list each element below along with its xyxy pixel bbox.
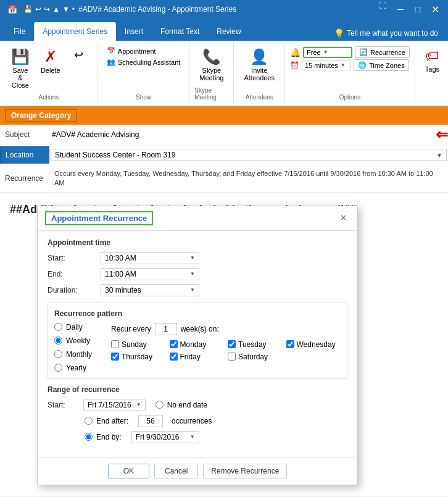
no-end-label[interactable]: No end date [156,401,207,409]
location-dropdown[interactable]: Student Success Center - Room 319 ▼ [51,149,447,161]
tell-me-bar[interactable]: 💡 Tell me what you want to do [329,26,443,41]
arrow-indicator: ⇐ [436,126,448,143]
monthly-radio-label[interactable]: Monthly [54,350,104,359]
recurrence-button[interactable]: 🔄 Recurrence [355,46,410,58]
recur-every-input[interactable] [155,323,177,335]
cancel-button[interactable]: Cancel [154,464,198,478]
down-icon[interactable]: ▼ [62,5,70,14]
ribbon-group-options: 🔔 Free ▼ 🔄 Recurrence ⏰ 15 minutes ▼ 🌐 [285,43,415,103]
show-label: Show [136,93,151,101]
status-dropdown[interactable]: Free ▼ [303,47,352,58]
category-label[interactable]: Orange Category [5,109,77,122]
appt-time-section-title: Appointment time [48,238,347,247]
ribbon-tabs: File Appointment Series Insert Format Te… [0,19,448,41]
tuesday-checkbox-label[interactable]: Tuesday [228,340,283,349]
no-end-row: No end date [156,401,207,409]
time-zones-button[interactable]: 🌐 Time Zones [354,59,409,71]
ribbon-group-show: 📅 Appointment 👥 Scheduling Assistant Sho… [98,43,190,103]
thursday-checkbox[interactable] [111,353,119,361]
tags-button[interactable]: 🏷 Tags [420,46,444,75]
end-after-label[interactable]: End after: [85,417,128,425]
weekly-radio-label[interactable]: Weekly [54,336,104,345]
undo-icon[interactable]: ↩ [35,5,41,14]
daily-radio[interactable] [54,323,62,331]
end-time-dropdown[interactable]: 11:00 AM ▼ [101,268,199,280]
save-close-button[interactable]: 💾 Save & Close [5,46,36,91]
yearly-radio-label[interactable]: Yearly [54,364,104,372]
sunday-checkbox-label[interactable]: Sunday [111,340,166,349]
tab-file[interactable]: File [5,22,34,41]
end-by-dropdown[interactable]: Fri 9/30/2016 ▼ [131,431,199,443]
ok-button[interactable]: OK [108,464,149,478]
thursday-checkbox-label[interactable]: Thursday [111,353,166,361]
recur-every-row: Recur every week(s) on: [111,323,341,335]
pattern-options-column: Recur every week(s) on: Sunday Mon [111,323,341,372]
range-section-title: Range of recurrence [48,385,347,394]
appointment-button[interactable]: 📅 Appointment [103,46,185,56]
end-time-arrow: ▼ [190,271,195,277]
undo-button[interactable]: ↩ . [65,46,93,73]
attendees-label: Attendees [246,93,273,101]
tab-appointment-series[interactable]: Appointment Series [34,22,116,41]
up-icon[interactable]: ▲ [52,5,60,14]
lightbulb-icon: 💡 [334,28,344,38]
remove-recurrence-button[interactable]: Remove Recurrence [203,464,287,478]
tab-format-text[interactable]: Format Text [152,22,208,41]
friday-checkbox-label[interactable]: Friday [170,353,225,361]
subject-label: Subject [0,130,49,139]
more-icon[interactable]: • [72,5,75,14]
start-time-dropdown[interactable]: 10:30 AM ▼ [101,252,199,264]
invite-attendees-button[interactable]: 👤 Invite Attendees [239,46,280,84]
options-label: Options [339,93,360,101]
wednesday-checkbox-label[interactable]: Wednesday [286,340,341,349]
recurrence-pattern-section: Recurrence pattern Daily Weekly [48,303,347,379]
scheduling-assistant-button[interactable]: 👥 Scheduling Assistant [103,57,185,67]
wednesday-checkbox[interactable] [286,340,294,348]
clock-icon: ⏰ [290,61,299,70]
tab-review[interactable]: Review [208,22,249,41]
saturday-checkbox-label[interactable]: Saturday [228,353,283,361]
redo-icon[interactable]: ↪ [44,5,50,14]
reminder-dropdown[interactable]: 15 minutes ▼ [302,61,351,70]
daily-radio-label[interactable]: Daily [54,323,104,332]
location-value: Student Success Center - Room 319 [55,151,436,159]
subject-input[interactable] [49,129,431,140]
no-end-radio[interactable] [156,401,164,409]
ribbon-group-tags: 🏷 Tags [415,43,448,103]
end-after-input[interactable] [138,415,163,427]
monday-checkbox-label[interactable]: Monday [170,340,225,349]
range-start-row: Start: Fri 7/15/2016 ▼ No end date [48,399,347,411]
start-time-arrow: ▼ [190,255,195,261]
range-start-dropdown[interactable]: Fri 7/15/2016 ▼ [83,399,146,411]
sunday-checkbox[interactable] [111,340,119,348]
duration-dropdown[interactable]: 30 minutes ▼ [101,284,199,296]
category-bar: Orange Category [0,106,448,125]
main-content: ##Additional notes for students: Include… [0,193,448,496]
save-icon[interactable]: 💾 [23,5,33,14]
monthly-radio[interactable] [54,350,62,358]
friday-checkbox[interactable] [170,353,178,361]
tag-icon: 🏷 [425,48,439,64]
end-after-radio[interactable] [85,417,93,425]
dialog-footer: OK Cancel Remove Recurrence [38,457,357,485]
close-button[interactable]: ✕ [427,1,443,17]
skype-meeting-button[interactable]: 📞 Skype Meeting [194,46,228,84]
end-by-radio[interactable] [85,433,93,441]
dialog-close-button[interactable]: × [337,211,350,225]
end-by-label[interactable]: End by: [85,433,122,441]
occurrences-label: occurrences [172,417,212,425]
dialog-title: Appointment Recurrence [45,211,153,225]
weekly-radio[interactable] [54,336,62,345]
delete-button[interactable]: ✗ Delete [37,46,64,77]
maximize-button[interactable]: □ [410,1,426,17]
minimize-button[interactable]: ─ [392,1,409,17]
form-area: Subject ⇐ Location Student Success Cente… [0,125,448,193]
saturday-checkbox[interactable] [228,353,236,361]
recurrence-row: Recurrence Occurs every Monday, Tuesday,… [0,165,448,193]
title-bar: 📅 💾 ↩ ↪ ▲ ▼ • #ADV# Academic Advising - … [0,0,448,19]
skype-label: Skype Meeting [194,86,228,101]
monday-checkbox[interactable] [170,340,178,348]
yearly-radio[interactable] [54,364,62,372]
tab-insert[interactable]: Insert [116,22,152,41]
tuesday-checkbox[interactable] [228,340,236,348]
